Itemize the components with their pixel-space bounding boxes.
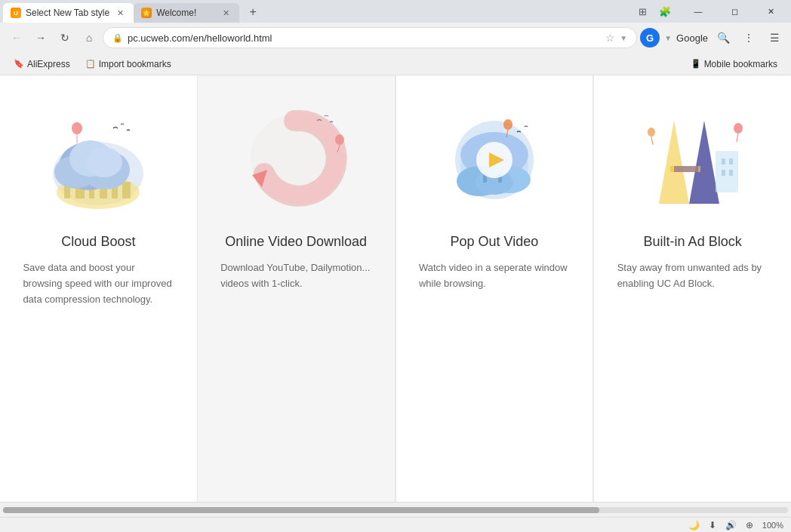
mobile-bookmarks-item[interactable]: 📱 Mobile bookmarks bbox=[685, 57, 783, 71]
feature-panel-video-download: Online Video Download Download YouTube, … bbox=[198, 75, 396, 502]
svg-point-17 bbox=[335, 134, 344, 145]
tab-welcome[interactable]: 🌟 Welcome! ✕ bbox=[134, 3, 239, 23]
mobile-bookmarks-icon: 📱 bbox=[691, 59, 701, 69]
ad-block-title: Built-in Ad Block bbox=[644, 234, 742, 250]
ad-block-image bbox=[632, 98, 753, 219]
svg-point-38 bbox=[734, 123, 743, 134]
bookmark-item-aliexpress[interactable]: 🔖 AliExpress bbox=[8, 57, 76, 71]
browser-chrome: U Select New Tab style ✕ 🌟 Welcome! ✕ + … bbox=[0, 0, 791, 75]
svg-rect-36 bbox=[722, 170, 725, 176]
close-button[interactable]: ✕ bbox=[753, 0, 788, 23]
tab-favicon-1: U bbox=[11, 8, 21, 18]
new-tab-button[interactable]: + bbox=[242, 2, 263, 23]
back-button[interactable]: ← bbox=[6, 27, 27, 48]
cloud-boost-title: Cloud Boost bbox=[61, 234, 135, 250]
scrollbar-thumb[interactable] bbox=[3, 507, 599, 513]
status-bar: 🌙 ⬇ 🔊 ⊕ 100% bbox=[0, 517, 791, 532]
bookmark-import-icon: 📋 bbox=[85, 59, 96, 69]
tab-label-2: Welcome! bbox=[156, 8, 215, 18]
svg-rect-37 bbox=[729, 170, 733, 176]
bookmark-star-icon[interactable]: ☆ bbox=[605, 32, 615, 44]
address-right-icons: G ▼ Google 🔍 ⋮ ☰ bbox=[640, 27, 785, 48]
svg-rect-35 bbox=[729, 158, 733, 165]
main-content: Cloud Boost Save data and boost your bro… bbox=[0, 75, 791, 502]
tab-close-2[interactable]: ✕ bbox=[220, 7, 232, 19]
cloud-boost-image bbox=[38, 98, 159, 219]
popout-video-desc: Watch video in a seperate window while b… bbox=[419, 260, 570, 292]
tab-close-1[interactable]: ✕ bbox=[114, 7, 126, 19]
svg-line-41 bbox=[651, 137, 653, 145]
bookmarks-right: 📱 Mobile bookmarks bbox=[685, 57, 783, 71]
home-button[interactable]: ⌂ bbox=[78, 27, 100, 48]
bookmark-item-import[interactable]: 📋 Import bookmarks bbox=[79, 57, 177, 71]
popout-video-title: Pop Out Video bbox=[450, 234, 538, 250]
bookmark-aliexpress-icon: 🔖 bbox=[14, 59, 24, 69]
video-download-image bbox=[235, 98, 356, 219]
address-chevron-icon[interactable]: ▼ bbox=[620, 34, 627, 42]
svg-marker-31 bbox=[659, 121, 689, 204]
feature-panel-cloud-boost: Cloud Boost Save data and boost your bro… bbox=[0, 75, 198, 502]
svg-point-29 bbox=[503, 119, 512, 130]
scrollbar-track[interactable] bbox=[3, 507, 788, 513]
extensions-menu-button[interactable]: ☰ bbox=[764, 27, 785, 48]
menu-dots-button[interactable]: ⋮ bbox=[738, 27, 759, 48]
svg-point-40 bbox=[648, 128, 655, 137]
tab-label-1: Select New Tab style bbox=[26, 8, 109, 18]
svg-rect-34 bbox=[722, 158, 725, 165]
download-status-icon[interactable]: ⬇ bbox=[709, 520, 716, 530]
tab-select-new-tab-style[interactable]: U Select New Tab style ✕ bbox=[3, 3, 134, 23]
title-bar-icons: ⊞ 🧩 bbox=[632, 2, 675, 21]
bookmark-aliexpress-label: AliExpress bbox=[27, 59, 70, 69]
lock-icon: 🔒 bbox=[112, 33, 123, 43]
address-bar: ← → ↻ ⌂ 🔒 pc.ucweb.com/en/helloworld.htm… bbox=[0, 23, 791, 53]
feature-panel-ad-block: Built-in Ad Block Stay away from unwante… bbox=[593, 75, 791, 502]
profile-dropdown-icon[interactable]: ▼ bbox=[664, 34, 672, 42]
zoom-level[interactable]: 100% bbox=[762, 521, 783, 530]
video-download-title: Online Video Download bbox=[225, 234, 367, 250]
moon-icon[interactable]: 🌙 bbox=[688, 520, 700, 530]
popout-video-image bbox=[434, 98, 555, 219]
tabs-container: U Select New Tab style ✕ 🌟 Welcome! ✕ + bbox=[3, 0, 632, 23]
volume-icon[interactable]: 🔊 bbox=[725, 520, 737, 530]
bookmark-import-label: Import bookmarks bbox=[99, 59, 171, 69]
svg-rect-43 bbox=[674, 166, 698, 172]
profile-button[interactable]: G bbox=[640, 28, 660, 48]
scrollbar-area bbox=[0, 502, 791, 517]
title-bar: U Select New Tab style ✕ 🌟 Welcome! ✕ + … bbox=[0, 0, 791, 23]
svg-point-13 bbox=[72, 122, 82, 134]
search-engine-label[interactable]: Google bbox=[676, 32, 708, 44]
svg-point-12 bbox=[86, 147, 122, 177]
ad-block-desc: Stay away from unwanted ads by enabling … bbox=[617, 260, 768, 292]
address-input-wrap[interactable]: 🔒 pc.ucweb.com/en/helloworld.html ☆ ▼ bbox=[103, 27, 637, 48]
video-download-desc: Download YouTube, Dailymotion... videos … bbox=[220, 260, 371, 292]
tab-favicon-2: 🌟 bbox=[141, 8, 152, 18]
svg-rect-33 bbox=[716, 151, 738, 192]
forward-button[interactable]: → bbox=[30, 27, 51, 48]
bookmarks-bar: 🔖 AliExpress 📋 Import bookmarks 📱 Mobile… bbox=[0, 53, 791, 75]
window-controls: — ◻ ✕ bbox=[681, 0, 788, 23]
extensions-icon[interactable]: 🧩 bbox=[655, 2, 675, 21]
address-text: pc.ucweb.com/en/helloworld.html bbox=[128, 32, 601, 44]
search-button[interactable]: 🔍 bbox=[713, 27, 734, 48]
reload-button[interactable]: ↻ bbox=[54, 27, 75, 48]
translate-icon[interactable]: ⊕ bbox=[746, 520, 753, 530]
svg-rect-7 bbox=[122, 182, 131, 198]
tab-grid-icon[interactable]: ⊞ bbox=[632, 2, 652, 21]
mobile-bookmarks-label: Mobile bookmarks bbox=[704, 59, 777, 69]
minimize-button[interactable]: — bbox=[681, 0, 716, 23]
cloud-boost-desc: Save data and boost your browsing speed … bbox=[23, 260, 174, 307]
feature-panel-popout-video: Pop Out Video Watch video in a seperate … bbox=[396, 75, 594, 502]
maximize-button[interactable]: ◻ bbox=[717, 0, 752, 23]
svg-marker-32 bbox=[689, 121, 719, 204]
svg-line-39 bbox=[737, 134, 738, 142]
